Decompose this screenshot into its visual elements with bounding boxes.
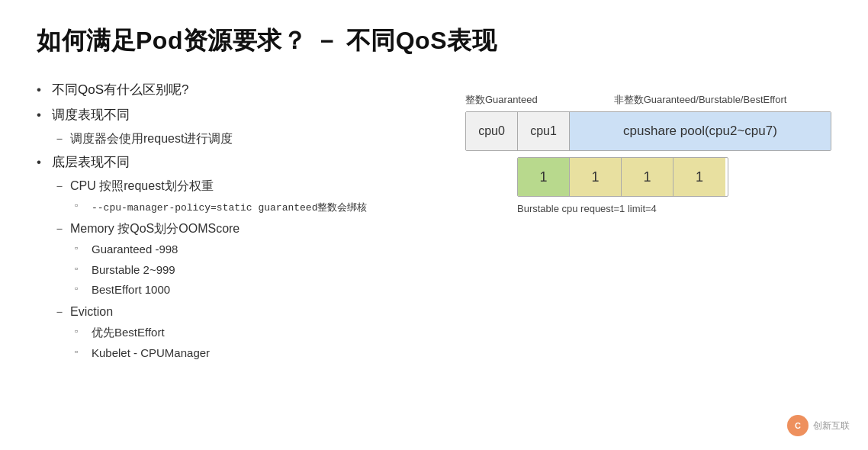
- watermark-icon: C: [787, 415, 809, 436]
- sub-sub-list-item: Guaranteed -998: [70, 239, 435, 259]
- page-title: 如何满足Pod资源要求？ － 不同QoS表现: [37, 24, 831, 58]
- brand-icon: C: [789, 417, 806, 434]
- sub-list-item-eviction: Eviction 优先BestEffort Kubelet - CPUManag…: [52, 301, 435, 362]
- sub-list-item: CPU 按照request划分权重 --cpu-manager-policy=s…: [52, 175, 435, 217]
- left-panel: 不同QoS有什么区别呢? 调度表现不同 调度器会使用request进行调度 底层…: [37, 79, 435, 365]
- sub-list: 调度器会使用request进行调度: [52, 128, 435, 149]
- share-cell-1: 1: [570, 158, 622, 196]
- share-cell-2: 1: [622, 158, 674, 196]
- right-panel: 整数Guaranteed 非整数Guaranteed/Burstable/Bes…: [465, 79, 831, 365]
- list-item: 调度表现不同 调度器会使用request进行调度: [37, 104, 435, 149]
- sub-list-item: Memory 按QoS划分OOMScore Guaranteed -998 Bu…: [52, 218, 435, 300]
- cpu-row: cpu0 cpu1 cpushare pool(cpu2~cpu7): [465, 111, 831, 151]
- content-area: 不同QoS有什么区别呢? 调度表现不同 调度器会使用request进行调度 底层…: [37, 79, 831, 365]
- burstable-label: Burstable cpu request=1 limit=4: [517, 203, 831, 214]
- cpu-cell-pool: cpushare pool(cpu2~cpu7): [570, 112, 831, 150]
- sub-sub-list-item: --cpu-manager-policy=static guaranteed整数…: [70, 197, 435, 217]
- sub-sub-list-item: 优先BestEffort: [70, 323, 435, 342]
- slide: 如何满足Pod资源要求？ － 不同QoS表现 不同QoS有什么区别呢? 调度表现…: [0, 0, 868, 450]
- sub-sub-list: --cpu-manager-policy=static guaranteed整数…: [70, 197, 435, 217]
- diagram-labels: 整数Guaranteed 非整数Guaranteed/Burstable/Bes…: [465, 93, 831, 107]
- sub-list: CPU 按照request划分权重 --cpu-manager-policy=s…: [52, 175, 435, 362]
- share-cell-3: 1: [674, 158, 725, 196]
- sub-sub-list-item: Burstable 2~999: [70, 260, 435, 280]
- sub-sub-list: Guaranteed -998 Burstable 2~999 BestEffo…: [70, 239, 435, 300]
- label-integer: 整数Guaranteed: [465, 93, 569, 107]
- bullet-list: 不同QoS有什么区别呢? 调度表现不同 调度器会使用request进行调度 底层…: [37, 79, 435, 362]
- cpu-cell-1: cpu1: [518, 112, 570, 150]
- sub-sub-list: 优先BestEffort Kubelet - CPUManager: [70, 323, 435, 362]
- sub-sub-list-item: BestEffort 1000: [70, 280, 435, 300]
- sub-sub-list-item: Kubelet - CPUManager: [70, 343, 435, 363]
- label-non-integer: 非整数Guaranteed/Burstable/BestEffort: [569, 93, 831, 107]
- share-cell-0: 1: [518, 158, 570, 196]
- svg-text:C: C: [795, 421, 801, 430]
- share-row: 1 1 1 1: [517, 157, 728, 197]
- list-item: 底层表现不同 CPU 按照request划分权重 --cpu-manager-p…: [37, 152, 435, 362]
- watermark: C 创新互联: [787, 415, 850, 436]
- sub-list-item: 调度器会使用request进行调度: [52, 128, 435, 149]
- watermark-text: 创新互联: [813, 419, 850, 432]
- cpu-cell-0: cpu0: [466, 112, 518, 150]
- diagram-container: 整数Guaranteed 非整数Guaranteed/Burstable/Bes…: [465, 93, 831, 214]
- list-item: 不同QoS有什么区别呢?: [37, 79, 435, 101]
